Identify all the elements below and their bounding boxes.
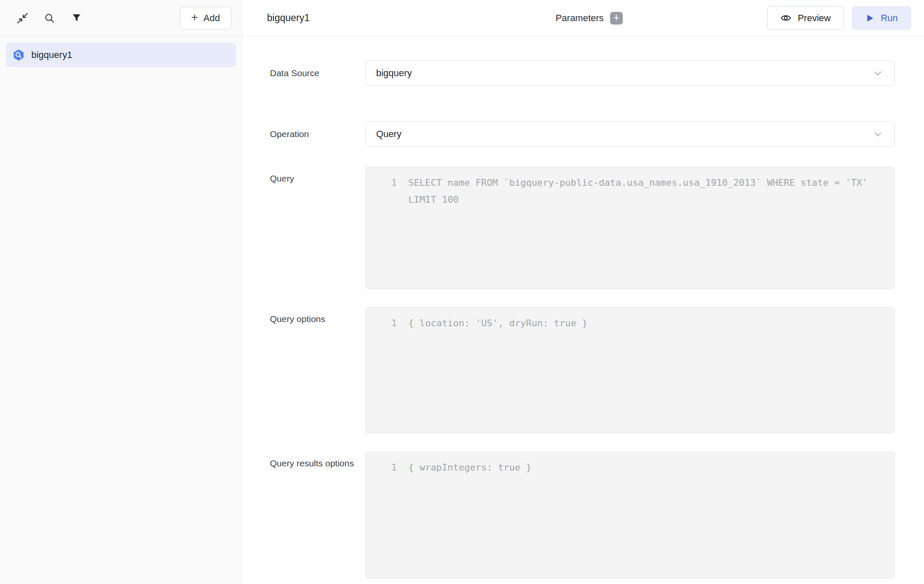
add-button-label: Add xyxy=(204,13,220,24)
parameters-group: Parameters + xyxy=(482,12,697,25)
bigquery-icon xyxy=(12,49,25,61)
query-header: bigquery1 Parameters + Preview xyxy=(242,0,924,36)
search-button[interactable] xyxy=(40,8,59,28)
query-list: bigquery1 xyxy=(0,36,242,73)
query-label: Query xyxy=(270,167,366,187)
query-title: bigquery1 xyxy=(267,12,310,24)
run-button-label: Run xyxy=(881,13,898,24)
query-options-row: Query options 1 { location: 'US', dryRun… xyxy=(270,307,924,433)
collapse-arrows-icon xyxy=(16,12,29,25)
operation-row: Operation Query xyxy=(270,121,924,147)
data-source-label: Data Source xyxy=(270,65,366,82)
filter-button[interactable] xyxy=(67,8,86,28)
query-main-panel: bigquery1 Parameters + Preview xyxy=(242,0,924,584)
chevron-down-icon xyxy=(872,129,883,140)
query-options-code-editor[interactable]: 1 { location: 'US', dryRun: true } xyxy=(366,307,895,433)
query-form: Data Source bigquery Operation Query xyxy=(242,36,924,584)
query-sidebar: + Add bigquery1 xyxy=(0,0,242,584)
preview-button-label: Preview xyxy=(798,13,830,24)
query-options-label: Query options xyxy=(270,307,366,328)
data-source-row: Data Source bigquery xyxy=(270,61,924,86)
line-number: 1 xyxy=(366,315,397,426)
data-source-select[interactable]: bigquery xyxy=(366,61,895,86)
eye-icon xyxy=(780,12,792,24)
query-results-options-row: Query results options 1 { wrapIntegers: … xyxy=(270,452,924,578)
operation-select[interactable]: Query xyxy=(366,121,895,147)
plus-icon: + xyxy=(191,12,198,23)
search-icon xyxy=(44,12,55,24)
operation-value: Query xyxy=(376,129,402,140)
line-number: 1 xyxy=(366,174,397,281)
list-item-bigquery1[interactable]: bigquery1 xyxy=(6,43,236,67)
filter-funnel-icon xyxy=(72,13,82,23)
data-source-value: bigquery xyxy=(376,68,412,79)
header-left: bigquery1 xyxy=(267,12,482,24)
query-item-label: bigquery1 xyxy=(31,50,72,61)
sidebar-toolbar: + Add xyxy=(0,0,242,36)
line-number: 1 xyxy=(366,459,397,571)
header-actions: Preview Run xyxy=(696,6,911,30)
parameters-label: Parameters xyxy=(556,13,604,24)
collapse-panel-button[interactable] xyxy=(13,8,32,28)
query-row: Query 1 SELECT name FROM `bigquery-publi… xyxy=(270,167,924,289)
query-results-options-code-editor[interactable]: 1 { wrapIntegers: true } xyxy=(366,452,895,578)
plus-icon: + xyxy=(613,12,620,23)
query-placeholder-text: SELECT name FROM `bigquery-public-data.u… xyxy=(408,174,885,281)
preview-button[interactable]: Preview xyxy=(767,6,844,30)
add-parameter-button[interactable]: + xyxy=(610,12,623,25)
operation-label: Operation xyxy=(270,126,366,143)
query-code-editor[interactable]: 1 SELECT name FROM `bigquery-public-data… xyxy=(366,167,895,289)
query-results-options-placeholder-text: { wrapIntegers: true } xyxy=(408,459,885,571)
chevron-down-icon xyxy=(872,68,883,79)
run-button[interactable]: Run xyxy=(852,6,911,30)
query-editor-app: + Add bigquery1 bigquery1 xyxy=(0,0,924,584)
play-icon xyxy=(865,14,874,23)
query-results-options-label: Query results options xyxy=(270,452,366,472)
add-query-button[interactable]: + Add xyxy=(180,7,231,30)
query-options-placeholder-text: { location: 'US', dryRun: true } xyxy=(408,315,885,426)
